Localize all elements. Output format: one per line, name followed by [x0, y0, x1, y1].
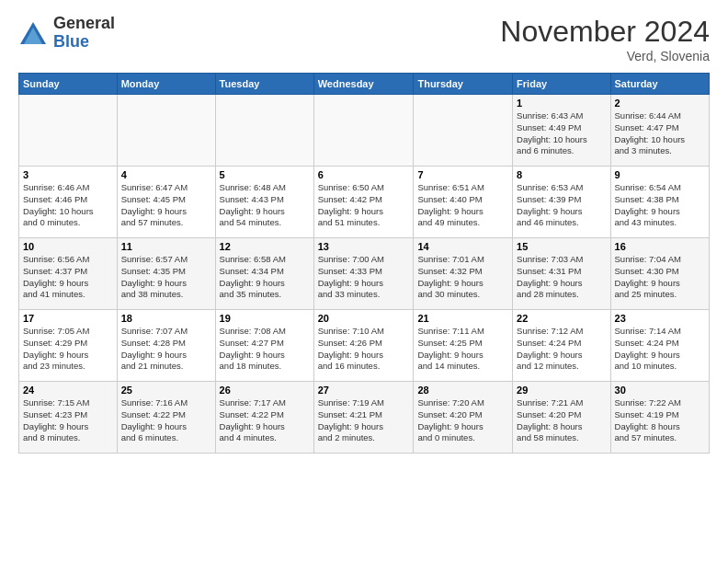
col-wednesday: Wednesday — [313, 74, 414, 95]
day-info-21: Sunrise: 7:11 AM Sunset: 4:25 PM Dayligh… — [417, 326, 508, 373]
day-info-8: Sunrise: 6:53 AM Sunset: 4:39 PM Dayligh… — [517, 182, 606, 229]
day-info-28: Sunrise: 7:20 AM Sunset: 4:20 PM Dayligh… — [417, 397, 508, 444]
day-info-16: Sunrise: 7:04 AM Sunset: 4:30 PM Dayligh… — [615, 254, 705, 301]
week-row-2: 10Sunrise: 6:56 AM Sunset: 4:37 PM Dayli… — [19, 238, 710, 310]
calendar-cell-w1-d3: 6Sunrise: 6:50 AM Sunset: 4:42 PM Daylig… — [313, 167, 414, 238]
calendar-cell-w3-d2: 19Sunrise: 7:08 AM Sunset: 4:27 PM Dayli… — [215, 310, 313, 382]
calendar-cell-w2-d1: 11Sunrise: 6:57 AM Sunset: 4:35 PM Dayli… — [117, 238, 215, 310]
page: General Blue November 2024 Verd, Sloveni… — [0, 0, 728, 463]
calendar-cell-w0-d3 — [313, 95, 414, 167]
day-number-21: 21 — [417, 313, 508, 324]
calendar-cell-w2-d0: 10Sunrise: 6:56 AM Sunset: 4:37 PM Dayli… — [19, 238, 118, 310]
day-number-7: 7 — [417, 169, 508, 180]
header: General Blue November 2024 Verd, Sloveni… — [18, 15, 710, 63]
logo-icon — [18, 18, 48, 48]
calendar-cell-w2-d4: 14Sunrise: 7:01 AM Sunset: 4:32 PM Dayli… — [414, 238, 513, 310]
day-number-22: 22 — [517, 313, 606, 324]
day-number-4: 4 — [121, 169, 211, 180]
col-monday: Monday — [117, 74, 215, 95]
day-info-25: Sunrise: 7:16 AM Sunset: 4:22 PM Dayligh… — [121, 397, 211, 444]
calendar-cell-w3-d1: 18Sunrise: 7:07 AM Sunset: 4:28 PM Dayli… — [117, 310, 215, 382]
col-friday: Friday — [513, 74, 610, 95]
day-number-16: 16 — [615, 241, 705, 252]
day-number-17: 17 — [23, 313, 113, 324]
day-info-23: Sunrise: 7:14 AM Sunset: 4:24 PM Dayligh… — [615, 326, 705, 373]
day-info-14: Sunrise: 7:01 AM Sunset: 4:32 PM Dayligh… — [417, 254, 508, 301]
day-number-26: 26 — [220, 385, 310, 396]
calendar-cell-w3-d0: 17Sunrise: 7:05 AM Sunset: 4:29 PM Dayli… — [19, 310, 118, 382]
calendar-cell-w4-d3: 27Sunrise: 7:19 AM Sunset: 4:21 PM Dayli… — [313, 382, 414, 454]
logo-blue-text: Blue — [53, 33, 115, 52]
calendar-cell-w4-d5: 29Sunrise: 7:21 AM Sunset: 4:20 PM Dayli… — [513, 382, 610, 454]
calendar-cell-w0-d4 — [414, 95, 513, 167]
day-number-10: 10 — [23, 241, 113, 252]
logo: General Blue — [18, 15, 115, 52]
day-info-11: Sunrise: 6:57 AM Sunset: 4:35 PM Dayligh… — [121, 254, 211, 301]
col-saturday: Saturday — [610, 74, 709, 95]
calendar-cell-w2-d5: 15Sunrise: 7:03 AM Sunset: 4:31 PM Dayli… — [513, 238, 610, 310]
day-number-20: 20 — [318, 313, 410, 324]
calendar-cell-w3-d6: 23Sunrise: 7:14 AM Sunset: 4:24 PM Dayli… — [610, 310, 709, 382]
day-number-25: 25 — [121, 385, 211, 396]
day-info-3: Sunrise: 6:46 AM Sunset: 4:46 PM Dayligh… — [23, 182, 113, 229]
week-row-1: 3Sunrise: 6:46 AM Sunset: 4:46 PM Daylig… — [19, 167, 710, 238]
calendar-cell-w1-d6: 9Sunrise: 6:54 AM Sunset: 4:38 PM Daylig… — [610, 167, 709, 238]
calendar-header-row: Sunday Monday Tuesday Wednesday Thursday… — [19, 74, 710, 95]
calendar-cell-w0-d0 — [19, 95, 118, 167]
day-number-13: 13 — [318, 241, 410, 252]
calendar-cell-w1-d0: 3Sunrise: 6:46 AM Sunset: 4:46 PM Daylig… — [19, 167, 118, 238]
calendar-cell-w0-d1 — [117, 95, 215, 167]
day-number-5: 5 — [220, 169, 310, 180]
calendar-cell-w3-d3: 20Sunrise: 7:10 AM Sunset: 4:26 PM Dayli… — [313, 310, 414, 382]
day-info-2: Sunrise: 6:44 AM Sunset: 4:47 PM Dayligh… — [615, 110, 705, 157]
day-number-15: 15 — [517, 241, 606, 252]
calendar-cell-w4-d1: 25Sunrise: 7:16 AM Sunset: 4:22 PM Dayli… — [117, 382, 215, 454]
week-row-3: 17Sunrise: 7:05 AM Sunset: 4:29 PM Dayli… — [19, 310, 710, 382]
day-info-30: Sunrise: 7:22 AM Sunset: 4:19 PM Dayligh… — [615, 397, 705, 444]
day-info-7: Sunrise: 6:51 AM Sunset: 4:40 PM Dayligh… — [417, 182, 508, 229]
calendar-cell-w1-d4: 7Sunrise: 6:51 AM Sunset: 4:40 PM Daylig… — [414, 167, 513, 238]
calendar-cell-w2-d2: 12Sunrise: 6:58 AM Sunset: 4:34 PM Dayli… — [215, 238, 313, 310]
calendar-cell-w1-d5: 8Sunrise: 6:53 AM Sunset: 4:39 PM Daylig… — [513, 167, 610, 238]
day-number-18: 18 — [121, 313, 211, 324]
week-row-4: 24Sunrise: 7:15 AM Sunset: 4:23 PM Dayli… — [19, 382, 710, 454]
day-number-30: 30 — [615, 385, 705, 396]
calendar-cell-w4-d6: 30Sunrise: 7:22 AM Sunset: 4:19 PM Dayli… — [610, 382, 709, 454]
day-number-2: 2 — [615, 98, 705, 109]
calendar-cell-w0-d5: 1Sunrise: 6:43 AM Sunset: 4:49 PM Daylig… — [513, 95, 610, 167]
day-number-3: 3 — [23, 169, 113, 180]
col-sunday: Sunday — [19, 74, 118, 95]
day-info-20: Sunrise: 7:10 AM Sunset: 4:26 PM Dayligh… — [318, 326, 410, 373]
day-number-19: 19 — [220, 313, 310, 324]
calendar-cell-w4-d4: 28Sunrise: 7:20 AM Sunset: 4:20 PM Dayli… — [414, 382, 513, 454]
title-block: November 2024 Verd, Slovenia — [500, 15, 710, 63]
calendar-cell-w3-d4: 21Sunrise: 7:11 AM Sunset: 4:25 PM Dayli… — [414, 310, 513, 382]
day-number-1: 1 — [517, 98, 606, 109]
day-info-29: Sunrise: 7:21 AM Sunset: 4:20 PM Dayligh… — [517, 397, 606, 444]
calendar-cell-w3-d5: 22Sunrise: 7:12 AM Sunset: 4:24 PM Dayli… — [513, 310, 610, 382]
day-number-27: 27 — [318, 385, 410, 396]
day-info-1: Sunrise: 6:43 AM Sunset: 4:49 PM Dayligh… — [517, 110, 606, 157]
day-info-15: Sunrise: 7:03 AM Sunset: 4:31 PM Dayligh… — [517, 254, 606, 301]
day-info-4: Sunrise: 6:47 AM Sunset: 4:45 PM Dayligh… — [121, 182, 211, 229]
day-info-17: Sunrise: 7:05 AM Sunset: 4:29 PM Dayligh… — [23, 326, 113, 373]
day-info-13: Sunrise: 7:00 AM Sunset: 4:33 PM Dayligh… — [318, 254, 410, 301]
day-number-11: 11 — [121, 241, 211, 252]
calendar-cell-w0-d6: 2Sunrise: 6:44 AM Sunset: 4:47 PM Daylig… — [610, 95, 709, 167]
day-number-14: 14 — [417, 241, 508, 252]
day-number-12: 12 — [220, 241, 310, 252]
month-title: November 2024 — [500, 15, 710, 49]
day-info-6: Sunrise: 6:50 AM Sunset: 4:42 PM Dayligh… — [318, 182, 410, 229]
day-info-12: Sunrise: 6:58 AM Sunset: 4:34 PM Dayligh… — [220, 254, 310, 301]
day-number-8: 8 — [517, 169, 606, 180]
day-info-22: Sunrise: 7:12 AM Sunset: 4:24 PM Dayligh… — [517, 326, 606, 373]
day-number-29: 29 — [517, 385, 606, 396]
day-info-9: Sunrise: 6:54 AM Sunset: 4:38 PM Dayligh… — [615, 182, 705, 229]
calendar-cell-w0-d2 — [215, 95, 313, 167]
calendar-cell-w2-d6: 16Sunrise: 7:04 AM Sunset: 4:30 PM Dayli… — [610, 238, 709, 310]
day-number-6: 6 — [318, 169, 410, 180]
calendar-cell-w1-d1: 4Sunrise: 6:47 AM Sunset: 4:45 PM Daylig… — [117, 167, 215, 238]
day-number-9: 9 — [615, 169, 705, 180]
day-number-23: 23 — [615, 313, 705, 324]
logo-general-text: General — [53, 15, 115, 33]
